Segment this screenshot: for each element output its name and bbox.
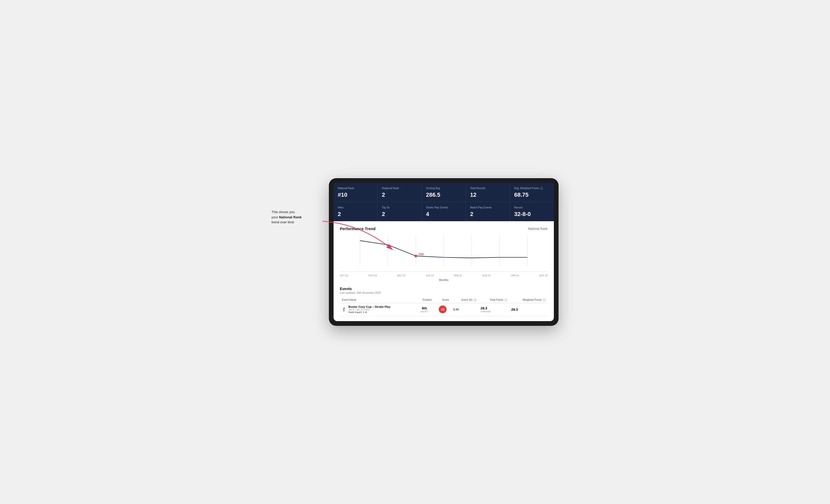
total-points: 28.3 3 Rounds [478,303,509,316]
event-date: Oct 9 - Oct 10, 2023 [348,308,390,311]
stat-regional-rank: Regional Rank 2 [378,183,421,202]
event-position: 6th out of 7 [415,303,434,316]
stat-total-rounds: Total Rounds 12 [466,183,510,202]
col-position: Position [415,297,434,303]
events-table: Event Name Position Score Event SG i Tot… [340,297,548,316]
stat-scoring-avg: Scoring Avg. 286.5 [422,183,466,202]
stat-national-rank: National Rank #10 [333,183,377,202]
tablet-device: National Rank #10 Regional Rank 2 Scorin… [329,178,558,326]
stat-top3s: Top 3s 2 [378,202,421,221]
event-sg: 0.45 [451,303,478,316]
event-score: -22 [434,303,451,316]
weighted-points: 28.3 [509,303,548,316]
col-event-name: Event Name [340,297,415,303]
chart-subtitle: National Rank [528,227,548,231]
table-header-row: Event Name Position Score Event SG i Tot… [340,297,548,303]
annotation-text: This shows you your National Rank trend … [272,209,324,225]
chart-header: Performance Trend National Rank [340,227,548,231]
rank-impact: Rank Impact: 3 ▼ [348,311,390,313]
main-content: Performance Trend National Rank [333,221,554,321]
event-name-cell: 🏌️ Buster Cozy Cup – Stroke Play Oct 9 -… [340,303,415,316]
chart-svg: #10 [340,235,548,271]
stat-record: Record 32-8-0 [510,202,554,221]
svg-text:#10: #10 [419,252,424,256]
events-last-updated: Last updated: 24th November 2023 [340,292,548,294]
col-score: Score [434,297,451,303]
stat-avg-weighted-points: Avg. Weighted Points i 68.75 [510,183,554,202]
event-name: Buster Cozy Cup – Stroke Play [348,305,390,308]
col-weighted-points: Weighted Points i [509,297,548,303]
events-title: Events [340,287,548,291]
tablet-screen: National Rank #10 Regional Rank 2 Scorin… [333,183,554,321]
golf-icon: 🏌️ [342,307,346,311]
col-total-points: Total Points i [478,297,509,303]
stat-wins: Wins 2 [333,202,377,221]
x-axis-title: Months [340,278,548,281]
table-row: 🏌️ Buster Cozy Cup – Stroke Play Oct 9 -… [340,303,548,316]
chart-title: Performance Trend [340,227,376,231]
x-axis-labels: OCT 23 NOV 23 DEC 23 JAN 24 FEB 24 MAR 2… [340,273,548,278]
stat-stroke-play-events: Stroke Play Events 4 [422,202,466,221]
events-section: Events Last updated: 24th November 2023 … [340,287,548,316]
stat-match-play-events: Match Play Events 2 [466,202,510,221]
svg-point-8 [414,255,417,258]
performance-chart: #10 [340,235,548,272]
col-event-sg: Event SG i [451,297,478,303]
stats-grid: National Rank #10 Regional Rank 2 Scorin… [333,183,554,221]
